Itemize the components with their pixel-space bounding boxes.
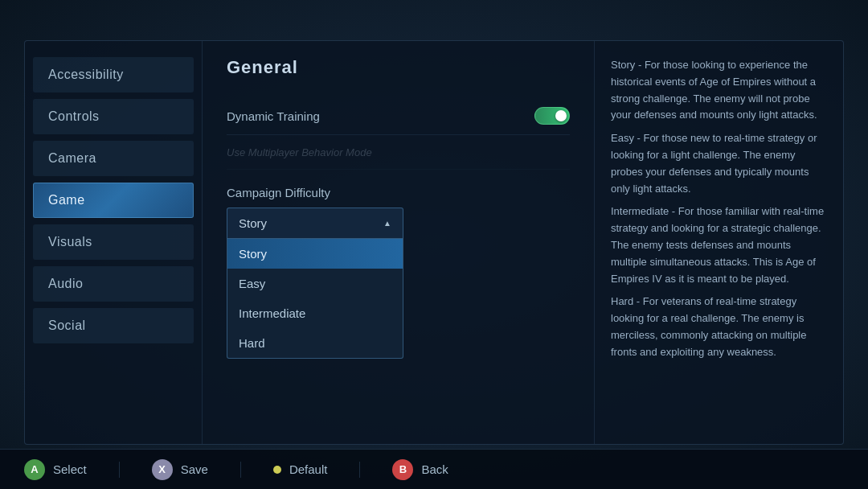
dynamic-training-toggle[interactable] bbox=[534, 107, 570, 125]
a-button-icon: A bbox=[24, 459, 45, 480]
easy-description: Easy - For those new to real-time strate… bbox=[611, 130, 827, 197]
sidebar-item-game[interactable]: Game bbox=[33, 183, 194, 218]
select-label: Select bbox=[53, 462, 87, 476]
save-label: Save bbox=[181, 462, 208, 476]
settings-panel: Accessibility Controls Camera Game Visua… bbox=[24, 40, 844, 445]
divider-3 bbox=[359, 462, 360, 478]
sidebar-item-camera[interactable]: Camera bbox=[33, 141, 194, 176]
dropdown-list: Story Easy Intermediate Hard bbox=[227, 239, 403, 359]
settings-content: General Dynamic Training Use Multiplayer… bbox=[202, 41, 594, 444]
sidebar-item-controls[interactable]: Controls bbox=[33, 99, 194, 134]
dynamic-training-row: Dynamic Training bbox=[227, 97, 570, 135]
default-action[interactable]: Default bbox=[273, 462, 328, 476]
multiplayer-behavior-row: Use Multiplayer Behavior Mode bbox=[227, 135, 570, 170]
campaign-difficulty-section: Campaign Difficulty Story ▲ Story Easy I… bbox=[227, 186, 570, 239]
divider-2 bbox=[240, 462, 241, 478]
dropdown-option-hard[interactable]: Hard bbox=[227, 328, 403, 358]
select-action[interactable]: A Select bbox=[24, 459, 87, 480]
save-action[interactable]: X Save bbox=[152, 459, 208, 480]
b-button-icon: B bbox=[392, 459, 413, 480]
sidebar-item-social[interactable]: Social bbox=[33, 308, 194, 343]
divider-1 bbox=[119, 462, 120, 478]
campaign-difficulty-label: Campaign Difficulty bbox=[227, 186, 570, 199]
dropdown-option-story[interactable]: Story bbox=[227, 239, 403, 269]
default-label: Default bbox=[289, 462, 328, 476]
hard-description: Hard - For veterans of real-time strateg… bbox=[611, 294, 827, 360]
dropdown-selected-value: Story bbox=[239, 216, 267, 230]
back-action[interactable]: B Back bbox=[392, 459, 448, 480]
dynamic-training-label: Dynamic Training bbox=[227, 109, 320, 123]
intermediate-description: Intermediate - For those familiar with r… bbox=[611, 203, 827, 287]
sidebar-item-accessibility[interactable]: Accessibility bbox=[33, 57, 194, 92]
back-label: Back bbox=[421, 462, 448, 476]
default-button-icon bbox=[273, 466, 281, 474]
x-button-icon: X bbox=[152, 459, 173, 480]
difficulty-dropdown[interactable]: Story ▲ Story Easy Intermediate Hard bbox=[227, 208, 403, 239]
multiplayer-behavior-label: Use Multiplayer Behavior Mode bbox=[227, 146, 372, 158]
story-description: Story - For those looking to experience … bbox=[611, 57, 827, 124]
sidebar-item-audio[interactable]: Audio bbox=[33, 266, 194, 302]
dropdown-option-easy[interactable]: Easy bbox=[227, 269, 403, 298]
sidebar-item-visuals[interactable]: Visuals bbox=[33, 224, 194, 260]
dropdown-option-intermediate[interactable]: Intermediate bbox=[227, 298, 403, 328]
description-panel: Story - For those looking to experience … bbox=[594, 41, 843, 444]
sidebar: Accessibility Controls Camera Game Visua… bbox=[25, 41, 202, 444]
section-title: General bbox=[227, 57, 570, 78]
dropdown-arrow-icon: ▲ bbox=[383, 219, 391, 228]
dropdown-header[interactable]: Story ▲ bbox=[227, 208, 403, 239]
bottom-bar: A Select X Save Default B Back bbox=[0, 449, 868, 489]
